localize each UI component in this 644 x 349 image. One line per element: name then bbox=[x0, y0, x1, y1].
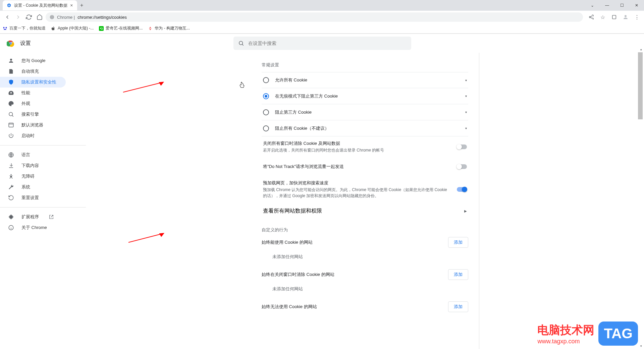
sidebar-item-label: 关于 Chrome bbox=[21, 225, 47, 231]
url-prefix: Chrome | bbox=[57, 15, 75, 20]
page-title: 设置 bbox=[20, 40, 31, 47]
radio-option-3[interactable]: 阻止所有 Cookie（不建议）▾ bbox=[262, 120, 468, 136]
apple-favicon bbox=[51, 26, 56, 31]
toggle-switch[interactable] bbox=[457, 144, 467, 149]
new-tab-button[interactable]: + bbox=[77, 1, 87, 10]
sidebar-item-label: 外观 bbox=[21, 101, 30, 107]
window-maximize[interactable]: ☐ bbox=[614, 0, 629, 11]
sidebar-item-info[interactable]: 关于 Chrome bbox=[0, 222, 66, 233]
radio-label: 阻止第三方 Cookie bbox=[275, 109, 459, 115]
chevron-down-icon[interactable]: ▾ bbox=[465, 126, 467, 130]
sidebar-item-browser[interactable]: 默认浏览器 bbox=[0, 120, 66, 130]
add-button[interactable]: 添加 bbox=[448, 269, 468, 280]
radio-option-1[interactable]: 在无痕模式下阻止第三方 Cookie▾ bbox=[262, 88, 468, 104]
radio-icon bbox=[263, 93, 269, 99]
chevron-down-icon[interactable]: ▾ bbox=[465, 78, 467, 82]
sidebar-item-label: 默认浏览器 bbox=[21, 122, 43, 128]
sidebar-item-extension[interactable]: 扩展程序 bbox=[0, 212, 66, 222]
extensions-icon[interactable] bbox=[610, 13, 619, 21]
bookmark-iqiyi[interactable]: iQ 爱奇艺-在线视频网... bbox=[99, 25, 143, 31]
custom-label: 始终在关闭窗口时清除 Cookie 的网站 bbox=[262, 272, 334, 278]
search-bar[interactable] bbox=[233, 37, 411, 50]
sidebar-item-search[interactable]: 搜索引擎 bbox=[0, 109, 66, 120]
custom-label: 始终无法使用 Cookie 的网站 bbox=[262, 304, 317, 310]
bookmark-bar: 百度一下，你就知道 Apple (中国大陆) -... iQ 爱奇艺-在线视频网… bbox=[0, 23, 644, 34]
tab-close-icon[interactable]: × bbox=[70, 3, 73, 8]
browser-tab[interactable]: 设置 - Cookie 及其他网站数据 × bbox=[3, 0, 77, 10]
sidebar-item-download[interactable]: 下载内容 bbox=[0, 160, 66, 171]
sidebar-item-palette[interactable]: 外观 bbox=[0, 98, 66, 109]
radio-icon bbox=[263, 77, 269, 83]
bookmark-star-icon[interactable]: ☆ bbox=[598, 13, 607, 21]
sidebar-item-speed[interactable]: 性能 bbox=[0, 88, 66, 98]
nav-reload[interactable] bbox=[24, 12, 34, 22]
search-input[interactable] bbox=[248, 41, 407, 46]
scrollbar-thumb[interactable] bbox=[638, 52, 643, 119]
radio-label: 在无痕模式下阻止第三方 Cookie bbox=[275, 93, 459, 99]
iqiyi-favicon: iQ bbox=[99, 26, 104, 31]
assignment-icon bbox=[8, 68, 14, 74]
scroll-up-icon[interactable]: ▴ bbox=[639, 47, 643, 52]
nav-back[interactable] bbox=[3, 12, 12, 22]
scrollbar-track[interactable] bbox=[639, 52, 643, 348]
bookmark-label: Apple (中国大陆) -... bbox=[58, 25, 94, 31]
add-button[interactable]: 添加 bbox=[448, 237, 468, 248]
sidebar-item-accessibility[interactable]: 无障碍 bbox=[0, 171, 66, 182]
toggle-switch[interactable] bbox=[457, 164, 467, 169]
add-button[interactable]: 添加 bbox=[448, 301, 468, 312]
svg-point-7 bbox=[239, 41, 243, 45]
chrome-icon bbox=[50, 15, 54, 19]
bookmark-apple[interactable]: Apple (中国大陆) -... bbox=[51, 25, 94, 31]
download-icon bbox=[8, 163, 14, 169]
sidebar-item-language[interactable]: 语言 bbox=[0, 150, 66, 160]
sidebar-item-restore[interactable]: 重置设置 bbox=[0, 192, 66, 203]
svg-point-3 bbox=[625, 15, 627, 17]
radio-option-0[interactable]: 允许所有 Cookie▾ bbox=[262, 72, 468, 88]
tab-title: 设置 - Cookie 及其他网站数据 bbox=[14, 3, 67, 8]
radio-option-2[interactable]: 阻止第三方 Cookie▾ bbox=[262, 104, 468, 120]
toggle-row-0: 关闭所有窗口时清除 Cookie 及网站数据若开启此选项，关闭所有窗口的同时您也… bbox=[262, 136, 468, 157]
dropdown-icon[interactable]: ⌄ bbox=[585, 0, 600, 11]
chevron-down-icon[interactable]: ▾ bbox=[465, 110, 467, 114]
shield-icon bbox=[8, 79, 14, 85]
sidebar-item-power[interactable]: 启动时 bbox=[0, 130, 66, 141]
chevron-down-icon[interactable]: ▾ bbox=[465, 94, 467, 98]
sidebar-item-shield[interactable]: 隐私设置和安全性 bbox=[0, 77, 66, 88]
browser-icon bbox=[8, 122, 14, 128]
sidebar-item-label: 自动填充 bbox=[21, 68, 39, 74]
bookmark-baidu[interactable]: 百度一下，你就知道 bbox=[3, 25, 46, 31]
window-minimize[interactable]: — bbox=[600, 0, 614, 11]
profile-icon[interactable] bbox=[621, 13, 630, 21]
sidebar-divider bbox=[0, 207, 86, 208]
nav-forward[interactable] bbox=[13, 12, 23, 22]
nav-home[interactable] bbox=[35, 12, 44, 22]
window-controls: ⌄ — ☐ ✕ bbox=[585, 0, 644, 11]
svg-point-8 bbox=[10, 59, 12, 61]
sidebar-item-wrench[interactable]: 系统 bbox=[0, 182, 66, 192]
sidebar-item-label: 无障碍 bbox=[21, 173, 35, 179]
section-general: 常规设置 bbox=[262, 62, 468, 68]
svg-point-1 bbox=[51, 16, 53, 18]
scroll-down-icon[interactable]: ▾ bbox=[639, 344, 643, 348]
sidebar-item-assignment[interactable]: 自动填充 bbox=[0, 66, 66, 77]
bookmark-huawei[interactable]: 华为 - 构建万物互... bbox=[148, 25, 190, 31]
sidebar-item-person[interactable]: 您与 Google bbox=[0, 55, 66, 66]
toggle-switch[interactable] bbox=[457, 187, 467, 192]
sidebar-item-label: 扩展程序 bbox=[21, 214, 39, 220]
url-path: chrome://settings/cookies bbox=[77, 15, 127, 20]
view-all-sites-row[interactable]: 查看所有网站数据和权限 ▶ bbox=[262, 203, 468, 219]
svg-point-9 bbox=[9, 112, 13, 116]
info-icon bbox=[8, 225, 14, 231]
restore-icon bbox=[8, 195, 14, 201]
menu-dots-icon[interactable]: ⋮ bbox=[633, 13, 641, 21]
share-icon[interactable] bbox=[587, 13, 596, 21]
svg-point-0 bbox=[50, 15, 54, 19]
browser-chrome: 设置 - Cookie 及其他网站数据 × + ⌄ — ☐ ✕ Chrome |… bbox=[0, 0, 644, 34]
url-field[interactable]: Chrome | chrome://settings/cookies bbox=[46, 12, 583, 22]
window-close[interactable]: ✕ bbox=[629, 0, 644, 11]
toggle-row-1: 将"Do Not Track"请求与浏览流量一起发送 bbox=[262, 157, 468, 176]
custom-block-1: 始终在关闭窗口时清除 Cookie 的网站添加未添加任何网站 bbox=[262, 269, 468, 292]
sidebar-item-label: 性能 bbox=[21, 90, 30, 96]
main-area: 您与 Google自动填充隐私设置和安全性性能外观搜索引擎默认浏览器启动时语言下… bbox=[0, 53, 644, 349]
palette-icon bbox=[8, 101, 14, 107]
